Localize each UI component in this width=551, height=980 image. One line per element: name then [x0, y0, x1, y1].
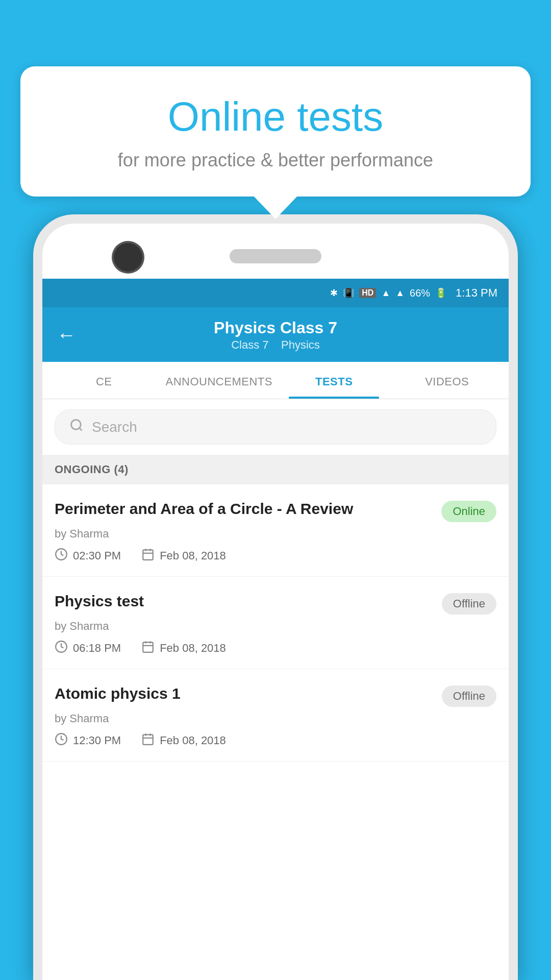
- status-bar: ✱ 📳 HD ▲ ▲ 66% 🔋 1:13 PM: [42, 279, 509, 307]
- calendar-icon: [141, 640, 155, 656]
- svg-line-1: [79, 428, 82, 430]
- app-bar-title-container: Physics Class 7 Class 7 Physics: [86, 318, 465, 352]
- test-time: 12:30 PM: [73, 734, 121, 747]
- clock-icon: [55, 640, 68, 656]
- app-subtitle: Class 7 Physics: [86, 338, 465, 352]
- subtitle-subject: Physics: [281, 338, 320, 351]
- test-title: Perimeter and Area of a Circle - A Revie…: [55, 499, 431, 519]
- tab-ce[interactable]: CE: [47, 362, 161, 399]
- phone-inner: ✱ 📳 HD ▲ ▲ 66% 🔋 1:13 PM ← Physics Class…: [42, 224, 509, 980]
- bluetooth-icon: ✱: [330, 287, 338, 299]
- battery-icon: 🔋: [435, 287, 446, 299]
- test-item-header: Atomic physics 1 Offline: [55, 683, 496, 707]
- calendar-icon: [141, 732, 155, 749]
- app-bar: ← Physics Class 7 Class 7 Physics: [42, 307, 509, 362]
- status-icons: ✱ 📳 HD ▲ ▲ 66% 🔋 1:13 PM: [330, 286, 497, 300]
- search-bar[interactable]: Search: [55, 409, 496, 445]
- time-meta: 12:30 PM: [55, 732, 121, 749]
- test-time: 02:30 PM: [73, 549, 121, 562]
- clock-icon: [55, 548, 68, 564]
- status-badge: Offline: [442, 685, 496, 707]
- test-item[interactable]: Physics test Offline by Sharma: [42, 577, 509, 669]
- test-date: Feb 08, 2018: [160, 642, 226, 655]
- test-meta: 02:30 PM Feb 08, 201: [55, 548, 496, 564]
- tab-bar: CE ANNOUNCEMENTS TESTS VIDEOS: [42, 362, 509, 399]
- svg-rect-13: [143, 734, 153, 745]
- time-display: 1:13 PM: [456, 286, 497, 300]
- battery-level: 66%: [410, 287, 430, 299]
- test-date: Feb 08, 2018: [160, 549, 226, 562]
- test-title: Physics test: [55, 591, 432, 611]
- search-placeholder: Search: [92, 419, 137, 435]
- app-title: Physics Class 7: [86, 318, 465, 337]
- time-meta: 06:18 PM: [55, 640, 121, 656]
- test-author: by Sharma: [55, 527, 496, 541]
- section-header: ONGOING (4): [42, 455, 509, 484]
- tab-announcements[interactable]: ANNOUNCEMENTS: [161, 362, 278, 399]
- date-meta: Feb 08, 2018: [141, 732, 226, 749]
- test-title: Atomic physics 1: [55, 683, 432, 703]
- status-badge: Offline: [442, 593, 496, 615]
- tooltip-subtitle: for more practice & better performance: [51, 150, 500, 171]
- clock-icon: [55, 732, 68, 749]
- time-meta: 02:30 PM: [55, 548, 121, 564]
- tooltip-bubble: Online tests for more practice & better …: [20, 66, 531, 197]
- svg-point-0: [71, 420, 81, 430]
- test-item-header: Physics test Offline: [55, 591, 496, 615]
- wifi-icon: ▲: [381, 288, 390, 299]
- calendar-icon: [141, 548, 155, 564]
- speaker: [230, 249, 321, 263]
- test-list: Perimeter and Area of a Circle - A Revie…: [42, 484, 509, 762]
- svg-rect-8: [143, 642, 153, 652]
- hd-badge: HD: [359, 288, 376, 298]
- svg-rect-3: [143, 550, 153, 560]
- test-item[interactable]: Atomic physics 1 Offline by Sharma: [42, 669, 509, 762]
- subtitle-class: Class 7: [231, 338, 268, 351]
- camera-icon: [114, 243, 142, 272]
- test-meta: 06:18 PM Feb 08, 201: [55, 640, 496, 656]
- tab-videos[interactable]: VIDEOS: [390, 362, 504, 399]
- test-time: 06:18 PM: [73, 642, 121, 655]
- test-item-header: Perimeter and Area of a Circle - A Revie…: [55, 499, 496, 522]
- screen: ✱ 📳 HD ▲ ▲ 66% 🔋 1:13 PM ← Physics Class…: [42, 279, 509, 980]
- test-author: by Sharma: [55, 712, 496, 725]
- date-meta: Feb 08, 2018: [141, 548, 226, 564]
- test-meta: 12:30 PM Feb 08, 201: [55, 732, 496, 749]
- test-item[interactable]: Perimeter and Area of a Circle - A Revie…: [42, 484, 509, 577]
- search-container: Search: [42, 399, 509, 455]
- back-button[interactable]: ←: [57, 324, 76, 346]
- date-meta: Feb 08, 2018: [141, 640, 226, 656]
- vibrate-icon: 📳: [343, 287, 354, 299]
- tab-tests[interactable]: TESTS: [278, 362, 391, 399]
- test-date: Feb 08, 2018: [160, 734, 226, 747]
- status-badge: Online: [441, 501, 496, 522]
- search-icon: [69, 418, 84, 436]
- test-author: by Sharma: [55, 620, 496, 633]
- signal-icon: ▲: [395, 288, 405, 299]
- tooltip-title: Online tests: [51, 94, 500, 139]
- phone-frame: ✱ 📳 HD ▲ ▲ 66% 🔋 1:13 PM ← Physics Class…: [33, 214, 518, 980]
